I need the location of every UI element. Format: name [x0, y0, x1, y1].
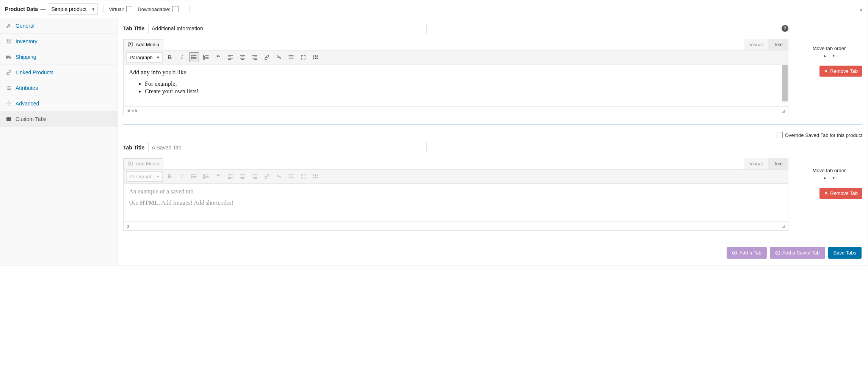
plus-circle-icon — [732, 250, 737, 256]
virtual-label: Virtual: — [109, 6, 124, 12]
insert-more-button[interactable] — [286, 52, 296, 62]
move-tab-arrows-2: ▲ ▼ — [796, 174, 862, 180]
text-tab[interactable]: Text — [768, 39, 788, 50]
svg-rect-76 — [313, 174, 314, 176]
sidebar-item-custom-tabs[interactable]: ‹› Custom Tabs — [0, 112, 118, 127]
tab-editor-2: Override Saved Tab for this product Tab … — [123, 132, 862, 231]
svg-rect-81 — [316, 177, 318, 178]
tab-divider — [123, 124, 862, 125]
blockquote-button-2: “ — [213, 171, 223, 181]
move-up-button-2[interactable]: ▲ — [823, 176, 827, 180]
sidebar-item-inventory[interactable]: Inventory — [0, 34, 118, 49]
resize-grip-icon[interactable]: ◢ — [782, 223, 785, 229]
blockquote-button[interactable]: “ — [213, 52, 223, 62]
override-label: Override Saved Tab for this product — [785, 132, 862, 138]
collapse-caret-icon[interactable]: ▲ — [859, 7, 863, 11]
resize-grip-icon[interactable]: ◢ — [782, 108, 785, 113]
move-up-button[interactable]: ▲ — [823, 53, 827, 58]
text-tab-2[interactable]: Text — [768, 158, 788, 169]
editor-path: ul » li — [127, 108, 137, 113]
align-center-button[interactable] — [238, 52, 248, 62]
remove-tab-button-2[interactable]: ✕ Remove Tab — [819, 188, 862, 199]
sidebar-item-general[interactable]: General — [0, 18, 118, 34]
svg-rect-44 — [313, 58, 314, 59]
sidebar-item-linked-products[interactable]: Linked Products — [0, 65, 118, 80]
add-media-button-2: Add Media — [123, 158, 163, 169]
svg-rect-3 — [7, 86, 8, 87]
separator — [103, 5, 103, 13]
tab-title-label: Tab Title — [123, 25, 144, 31]
svg-point-52 — [191, 178, 192, 178]
visual-tab-2[interactable]: Visual — [744, 158, 768, 169]
toolbar-toggle-button-2 — [310, 171, 320, 181]
sidebar-item-attributes[interactable]: Attributes — [0, 80, 118, 96]
inventory-icon — [6, 38, 12, 44]
downloadable-checkbox[interactable] — [172, 6, 179, 12]
add-tab-button[interactable]: Add a Tab — [727, 247, 766, 259]
insert-more-button-2 — [286, 171, 296, 181]
sidebar-item-advanced[interactable]: Advanced — [0, 96, 118, 112]
add-saved-tab-button[interactable]: Add a Saved Tab — [770, 247, 825, 259]
sidebar-item-shipping[interactable]: Shipping — [0, 49, 118, 65]
override-checkbox[interactable] — [777, 132, 783, 138]
unlink-button[interactable] — [274, 52, 284, 62]
add-media-button[interactable]: Add Media — [123, 39, 163, 50]
fullscreen-button-2 — [298, 171, 308, 181]
footer-buttons: Add a Tab Add a Saved Tab Save Tabs — [123, 247, 862, 259]
remove-tab-label-2: Remove Tab — [830, 190, 858, 196]
product-type-select-wrap[interactable]: Simple product ▼ — [48, 3, 98, 15]
svg-point-1 — [7, 58, 8, 59]
editor-list-item: For example, — [145, 80, 783, 87]
tab-title-input-2[interactable] — [148, 142, 427, 153]
add-media-label-2: Add Media — [136, 161, 159, 167]
bold-button[interactable]: B — [165, 52, 175, 62]
align-left-button[interactable] — [226, 52, 235, 62]
help-icon[interactable]: ? — [782, 25, 788, 32]
insert-link-button[interactable] — [262, 52, 272, 62]
sidebar-item-label: Advanced — [16, 101, 39, 107]
svg-point-13 — [191, 55, 192, 56]
move-down-button[interactable]: ▼ — [832, 53, 835, 58]
sidebar: General Inventory Shipping Linked Produc… — [0, 18, 118, 265]
list-icon — [6, 85, 12, 91]
tab-title-input[interactable] — [148, 23, 427, 34]
override-row: Override Saved Tab for this product — [123, 132, 862, 138]
remove-tab-label: Remove Tab — [830, 68, 858, 74]
svg-point-2 — [10, 58, 11, 59]
align-right-button[interactable] — [250, 52, 260, 62]
fullscreen-button[interactable] — [298, 52, 308, 62]
move-down-button-2[interactable]: ▼ — [832, 176, 835, 180]
remove-tab-button[interactable]: ✕ Remove Tab — [819, 66, 862, 77]
main-content: Tab Title ? Add Media Visual — [118, 18, 868, 265]
editor-mode-tabs: Visual Text — [744, 39, 788, 50]
editor-content[interactable]: Add any info you'd like. For example, Cr… — [124, 64, 788, 106]
product-type-select[interactable]: Simple product — [48, 4, 97, 14]
editor-toolbar-2: Paragraph ▼ B I 123 “ — [123, 169, 788, 184]
toolbar-toggle-button[interactable] — [310, 52, 320, 62]
paragraph-select-wrap[interactable]: Paragraph ▼ — [126, 52, 163, 63]
editor-mode-tabs-2: Visual Text — [744, 158, 788, 169]
editor-path-bar: ul » li ◢ — [124, 106, 788, 115]
editor-path-2: p — [127, 223, 129, 229]
footer-divider — [123, 242, 862, 242]
save-tabs-button[interactable]: Save Tabs — [828, 247, 862, 259]
paragraph-select[interactable]: Paragraph — [126, 52, 162, 62]
visual-tab[interactable]: Visual — [744, 39, 768, 50]
italic-button[interactable]: I — [177, 52, 187, 62]
downloadable-label: Downloadable: — [138, 6, 170, 12]
sidebar-item-label: Linked Products — [16, 69, 53, 75]
tab-title-row: Tab Title ? — [123, 23, 788, 34]
bullet-list-button[interactable] — [189, 52, 199, 62]
editor-paragraph: An example of a saved tab. — [129, 188, 783, 195]
bullet-list-button-2 — [189, 171, 199, 181]
add-media-label: Add Media — [136, 42, 159, 47]
insert-link-button-2 — [262, 171, 272, 181]
svg-rect-43 — [316, 55, 318, 57]
bold-button-2: B — [165, 171, 175, 181]
virtual-checkbox[interactable] — [126, 6, 132, 12]
svg-rect-6 — [8, 88, 11, 88]
scrollbar[interactable] — [782, 65, 788, 103]
numbered-list-button[interactable]: 123 — [201, 52, 211, 62]
align-right-button-2 — [250, 171, 260, 181]
editor-list: For example, Create your own lists! — [129, 80, 783, 95]
